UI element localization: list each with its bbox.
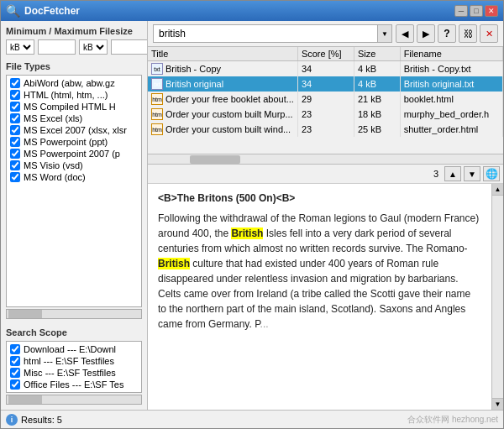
list-item: html --- E:\SF Testfiles (8, 355, 139, 367)
row-score: 34 (297, 61, 354, 77)
row-filename: British original.txt (400, 76, 502, 92)
table-row[interactable]: htm Order your free booklet about... 29 … (148, 92, 503, 107)
results-table-container: Title Score [%] Size Filename txt (148, 47, 503, 165)
row-score: 34 (297, 76, 354, 92)
forward-button[interactable]: ▶ (417, 24, 435, 43)
col-size-header[interactable]: Size (354, 47, 401, 61)
search-dropdown-button[interactable]: ▼ (377, 24, 392, 43)
search-scope-section: Search Scope Download --- E:\Downl html … (6, 327, 142, 405)
col-score-header[interactable]: Score [%] (297, 47, 354, 61)
ms-visio-checkbox[interactable] (10, 160, 20, 170)
abiword-label: AbiWord (abw, abw.gz (24, 78, 115, 88)
scroll-down-button[interactable]: ▼ (492, 398, 504, 410)
row-score: 23 (297, 107, 354, 122)
ms-word-checkbox[interactable] (10, 172, 20, 182)
min-filesize-input[interactable] (38, 39, 76, 55)
preview-ellipsis: ... (260, 318, 269, 330)
ms-ppt-2007-checkbox[interactable] (10, 149, 20, 159)
preview-page-number: 3 (430, 169, 442, 179)
ms-word-label: MS Word (doc) (24, 172, 86, 182)
file-types-label: File Types (6, 61, 142, 71)
preview-vertical-scrollbar[interactable]: ▲ ▼ (491, 184, 503, 410)
left-panel: Minimum / Maximum Filesize kB kB File Ty… (1, 21, 148, 410)
list-item: Misc --- E:\SF Testfiles (8, 367, 139, 379)
list-item: Office Files --- E:\SF Tes (8, 379, 139, 390)
html-scope-checkbox[interactable] (10, 356, 20, 366)
row-size: 21 kB (354, 92, 401, 107)
ms-excel-label: MS Excel (xls) (24, 113, 82, 123)
main-window: 🔍 DocFetcher ─ □ ✕ Minimum / Maximum Fil… (0, 0, 504, 429)
row-title: htm Order your custom built Murp... (148, 107, 297, 122)
scroll-up-button[interactable]: ▲ (492, 184, 504, 196)
list-item: AbiWord (abw, abw.gz (8, 77, 139, 89)
file-types-list: AbiWord (abw, abw.gz HTML (html, htm, ..… (6, 75, 142, 307)
max-filesize-input[interactable] (111, 39, 148, 55)
preview-prev-button[interactable]: ▲ (444, 166, 461, 181)
app-title: DocFetcher (24, 5, 80, 17)
download-scope-label: Download --- E:\Downl (24, 344, 116, 354)
back-button[interactable]: ◀ (396, 24, 414, 43)
results-count: Results: 5 (21, 415, 62, 425)
misc-scope-checkbox[interactable] (10, 368, 20, 378)
list-item: MS Word (doc) (8, 171, 139, 183)
table-row[interactable]: txt British - Copy 34 4 kB British - Cop… (148, 61, 503, 77)
minimize-button[interactable]: ─ (454, 5, 468, 17)
list-item: Download --- E:\Downl (8, 343, 139, 355)
table-horizontal-scrollbar[interactable] (148, 154, 503, 164)
max-unit-select[interactable]: kB (79, 39, 108, 55)
filesize-row: kB kB (6, 39, 142, 55)
col-filename-header[interactable]: Filename (400, 47, 502, 61)
file-types-scrollbar[interactable] (6, 309, 142, 319)
table-row[interactable]: htm Order your custom built Murp... 23 1… (148, 107, 503, 122)
preview-content[interactable]: <B>The Britons (500 On)<B> Following the… (148, 184, 491, 410)
file-icon-html: htm (151, 108, 163, 120)
ms-compiled-html-checkbox[interactable] (10, 102, 20, 112)
preview-section: 3 ▲ ▼ 🌐 <B>The Britons (500 On)<B> Follo… (148, 165, 503, 410)
watermark-text: 合众软件网 hezhong.net (407, 414, 498, 426)
office-files-scope-label: Office Files --- E:\SF Tes (24, 379, 123, 390)
row-filename: booklet.html (400, 92, 502, 107)
maximize-button[interactable]: □ (470, 5, 483, 17)
close-panel-button[interactable]: ✕ (480, 24, 498, 43)
row-filename: British - Copy.txt (400, 61, 502, 77)
scroll-track[interactable] (492, 196, 504, 398)
html-label: HTML (html, htm, ...) (24, 90, 108, 100)
ms-excel-2007-checkbox[interactable] (10, 125, 20, 135)
min-unit-select[interactable]: kB (6, 39, 34, 55)
col-title-header[interactable]: Title (148, 47, 297, 61)
link-button[interactable]: ⛓ (459, 24, 477, 43)
office-files-scope-checkbox[interactable] (10, 379, 20, 390)
close-button[interactable]: ✕ (485, 5, 498, 17)
download-scope-checkbox[interactable] (10, 344, 20, 354)
search-input[interactable] (153, 24, 392, 43)
search-bar: ▼ ◀ ▶ ? ⛓ ✕ (148, 21, 503, 47)
row-filename: shutter_order.html (400, 122, 502, 137)
row-size: 25 kB (354, 122, 401, 137)
html-scope-label: html --- E:\SF Testfiles (24, 356, 114, 366)
ms-ppt-checkbox[interactable] (10, 137, 20, 147)
title-bar: 🔍 DocFetcher ─ □ ✕ (1, 1, 503, 21)
help-button[interactable]: ? (438, 24, 456, 43)
highlight-british-2: British (158, 258, 190, 269)
html-checkbox[interactable] (10, 90, 20, 100)
ms-excel-checkbox[interactable] (10, 113, 20, 123)
status-bar: i Results: 5 合众软件网 hezhong.net (1, 410, 503, 428)
table-header: Title Score [%] Size Filename (148, 47, 503, 61)
table-scroll-wrapper[interactable]: Title Score [%] Size Filename txt (148, 47, 503, 154)
search-actions: ◀ ▶ ? ⛓ ✕ (396, 24, 498, 43)
preview-heading: <B>The Britons (500 On)<B> (158, 191, 481, 206)
row-title: htm Order your custom built wind... (148, 122, 297, 137)
row-score: 29 (297, 92, 354, 107)
table-row[interactable]: txt British original 34 4 kB British ori… (148, 76, 503, 92)
row-size: 4 kB (354, 61, 401, 77)
search-input-wrapper: ▼ (153, 24, 392, 43)
preview-paragraph: Following the withdrawal of the Roman le… (158, 211, 481, 332)
preview-next-button[interactable]: ▼ (464, 166, 480, 181)
abiword-checkbox[interactable] (10, 78, 20, 88)
scope-scrollbar[interactable] (6, 395, 142, 405)
file-types-section: File Types AbiWord (abw, abw.gz HTML (ht… (6, 61, 142, 319)
table-row[interactable]: htm Order your custom built wind... 23 2… (148, 122, 503, 137)
list-item: MS Compiled HTML H (8, 101, 139, 112)
preview-browser-button[interactable]: 🌐 (483, 166, 500, 181)
filesize-section-title: Minimum / Maximum Filesize (6, 26, 142, 36)
